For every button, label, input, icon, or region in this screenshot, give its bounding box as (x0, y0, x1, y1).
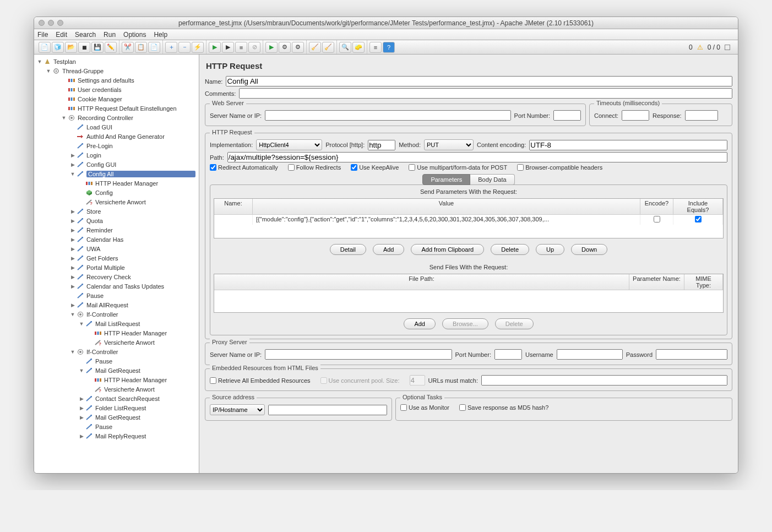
proxy-user-input[interactable] (557, 349, 623, 360)
tb-paste[interactable]: 📄 (148, 42, 160, 53)
files-table[interactable]: File Path: Parameter Name: MIME Type: (214, 274, 724, 313)
tree-item[interactable]: ▶Get Folders (34, 253, 199, 263)
menu-edit[interactable]: Edit (56, 31, 67, 39)
tree-item[interactable]: ▼Recording Controller (34, 113, 199, 122)
files-browse-button[interactable]: Browse... (442, 318, 488, 329)
monitor-check[interactable] (400, 404, 407, 411)
tree-item[interactable]: ▼If-Controller (34, 310, 199, 319)
tree-twisty[interactable]: ▶ (78, 405, 85, 411)
tree-item[interactable]: Config (34, 188, 199, 197)
param-row-value[interactable]: [{"module":"config"},{"action":"get","id… (253, 215, 640, 225)
tree-item[interactable]: ?Versicherte Anwort (34, 384, 199, 394)
tb-clear[interactable]: 🧹 (309, 42, 321, 53)
tb-function-helper[interactable]: ≡ (369, 42, 382, 53)
md5-check[interactable] (459, 404, 466, 411)
tree-item[interactable]: ▼Mail GetRequest (34, 366, 199, 375)
params-clipboard-button[interactable]: Add from Clipboard (411, 244, 484, 255)
keepalive-check[interactable] (351, 164, 357, 171)
tree-item[interactable]: ▶Mail AllRequest (34, 300, 199, 310)
tree-twisty[interactable]: ▶ (69, 162, 76, 167)
tree-twisty[interactable]: ▼ (45, 68, 52, 74)
connect-input[interactable] (622, 110, 649, 121)
tab-body-data[interactable]: Body Data (470, 174, 514, 185)
tree-twisty[interactable]: ▶ (69, 218, 76, 224)
tb-saveas[interactable]: ✏️ (105, 42, 117, 53)
method-select[interactable]: PUT (424, 139, 474, 150)
tree-twisty[interactable]: ▼ (61, 115, 67, 121)
tree-item[interactable]: Pause (34, 422, 199, 431)
tree-item[interactable]: ▼If-Controller (34, 347, 199, 356)
params-table[interactable]: Name: Value Encode? Include Equals? [{"m… (214, 198, 724, 238)
tree-twisty[interactable]: ▶ (69, 227, 76, 233)
tb-copy[interactable]: 📋 (135, 42, 147, 53)
tree-item[interactable]: Pause (34, 291, 199, 300)
tree-item[interactable]: ?Versicherte Anwort (34, 338, 199, 347)
tree-twisty[interactable]: ▼ (78, 321, 85, 327)
tree-item[interactable]: ▶Calendar and Tasks Updates (34, 281, 199, 291)
tb-remote-shutdown[interactable]: ⚙ (292, 42, 304, 53)
tree-item[interactable]: ▶Quota (34, 216, 199, 225)
tree-twisty[interactable]: ▼ (69, 312, 76, 317)
tree-item[interactable]: ▶Calendar Has (34, 235, 199, 244)
tree-twisty[interactable]: ▶ (69, 209, 76, 214)
tree-item[interactable]: ▼Testplan (34, 57, 199, 66)
enc-input[interactable] (529, 140, 727, 150)
tb-remote-start[interactable]: ▶ (265, 42, 278, 53)
tree-item[interactable]: ▶Portal Multiple (34, 263, 199, 272)
tree-item[interactable]: ▼Thread-Gruppe (34, 66, 199, 75)
name-input[interactable] (226, 76, 732, 86)
tb-template[interactable]: 🧊 (52, 42, 64, 53)
close-icon[interactable] (39, 20, 45, 26)
tree-twisty[interactable]: ▶ (69, 274, 76, 280)
tb-clearall[interactable]: 🧹 (322, 42, 334, 53)
tree-item[interactable]: ▶UWA (34, 244, 199, 253)
tb-open[interactable]: 📂 (65, 42, 77, 53)
tb-close[interactable]: ⏹ (78, 42, 90, 53)
tree-twisty[interactable]: ▶ (69, 302, 76, 308)
proxy-server-input[interactable] (265, 349, 452, 360)
files-delete-button[interactable]: Delete (495, 318, 534, 329)
tb-reset-search[interactable]: 🧽 (352, 42, 365, 53)
tree-item[interactable]: HTTP Header Manager (34, 375, 199, 384)
menu-file[interactable]: File (37, 31, 48, 39)
tb-expand[interactable]: ＋ (165, 42, 177, 53)
proxy-pass-input[interactable] (656, 349, 727, 360)
minimize-icon[interactable] (48, 20, 54, 26)
tree-item[interactable]: User credentials (34, 85, 199, 94)
follow-redirects-check[interactable] (288, 164, 295, 171)
multipart-check[interactable] (409, 164, 415, 171)
params-detail-button[interactable]: Detail (330, 244, 366, 255)
menu-run[interactable]: Run (104, 31, 116, 39)
tree-twisty[interactable]: ▶ (78, 433, 85, 439)
tree-item[interactable]: Settings and defaults (34, 75, 199, 85)
tb-remote-stop[interactable]: ⚙ (279, 42, 291, 53)
tree-twisty[interactable]: ▼ (69, 349, 76, 355)
tree-twisty[interactable]: ▶ (69, 265, 76, 270)
tree-item[interactable]: HTTP Request Default Einstellungen (34, 104, 199, 113)
tb-search[interactable]: 🔍 (339, 42, 351, 53)
tb-cut[interactable]: ✂️ (122, 42, 134, 53)
param-row-encode[interactable] (654, 216, 660, 222)
tree-twisty[interactable]: ▶ (69, 256, 76, 261)
tree-item[interactable]: ▶Login (34, 150, 199, 160)
tree-twisty[interactable]: ▶ (78, 396, 85, 401)
tree-item[interactable]: ▶Recovery Check (34, 272, 199, 281)
param-row-include[interactable] (695, 216, 702, 222)
path-input[interactable] (227, 152, 727, 162)
response-input[interactable] (685, 110, 718, 121)
tree-item[interactable]: ?Versicherte Anwort (34, 197, 199, 207)
tb-help[interactable]: ? (383, 42, 395, 53)
tree-item[interactable]: ▶Mail ReplyRequest (34, 431, 199, 441)
params-delete-button[interactable]: Delete (491, 244, 529, 255)
tb-start[interactable]: ▶ (209, 42, 221, 53)
menu-help[interactable]: Help (154, 31, 167, 39)
tree-twisty[interactable]: ▶ (69, 153, 76, 158)
menu-options[interactable]: Options (123, 31, 146, 39)
tree-twisty[interactable]: ▼ (36, 59, 43, 64)
redirect-auto-check[interactable] (210, 164, 216, 171)
tb-save[interactable]: 💾 (91, 42, 104, 53)
zoom-icon[interactable] (57, 20, 63, 26)
tree-item[interactable]: ▶Mail GetRequest (34, 412, 199, 422)
tree-twisty[interactable]: ▶ (69, 237, 76, 242)
tree-item[interactable]: Pre-Login (34, 141, 199, 150)
